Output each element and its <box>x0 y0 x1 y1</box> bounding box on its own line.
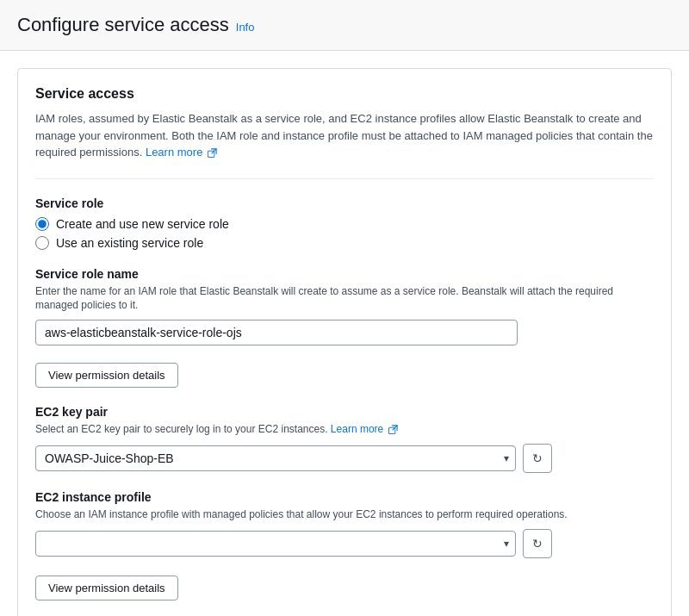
view-permission-details-2-group: View permission details <box>35 576 654 600</box>
ec2-instance-profile-refresh-button[interactable]: ↻ <box>523 529 552 558</box>
service-role-name-input[interactable] <box>35 320 518 345</box>
section-description: IAM roles, assumed by Elastic Beanstalk … <box>35 110 654 161</box>
radio-use-existing-label: Use an existing service role <box>56 236 203 250</box>
refresh-icon: ↻ <box>532 451 543 465</box>
ec2-key-pair-group: EC2 key pair Select an EC2 key pair to s… <box>35 405 654 473</box>
ec2-instance-profile-hint: Choose an IAM instance profile with mana… <box>35 507 654 522</box>
ec2-key-pair-select[interactable]: OWASP-Juice-Shop-EB <box>35 445 516 471</box>
ec2-instance-profile-row: ▾ ↻ <box>35 529 552 558</box>
learn-more-link[interactable]: Learn more <box>146 146 217 159</box>
view-permission-details-1-button[interactable]: View permission details <box>35 363 178 388</box>
external-link-icon <box>208 148 217 158</box>
view-permission-details-2-button[interactable]: View permission details <box>35 576 178 600</box>
ec2-instance-profile-refresh-icon: ↻ <box>532 537 543 551</box>
page-title: Configure service access <box>17 14 229 36</box>
service-access-section: Service access IAM roles, assumed by Ela… <box>17 68 672 616</box>
ec2-external-link-icon <box>388 425 398 434</box>
ec2-key-pair-hint: Select an EC2 key pair to securely log i… <box>35 422 654 437</box>
service-role-name-hint: Enter the name for an IAM role that Elas… <box>35 284 654 314</box>
radio-create-new-label: Create and use new service role <box>56 217 229 231</box>
service-role-name-label: Service role name <box>35 267 654 281</box>
ec2-instance-profile-label: EC2 instance profile <box>35 490 654 504</box>
page-header: Configure service access Info <box>0 0 689 51</box>
view-permission-details-1-group: View permission details <box>35 363 654 388</box>
info-link[interactable]: Info <box>236 21 255 34</box>
main-content: Service access IAM roles, assumed by Ela… <box>0 51 689 616</box>
section-divider <box>35 178 654 179</box>
ec2-key-pair-row: OWASP-Juice-Shop-EB ▾ ↻ <box>35 444 552 473</box>
radio-use-existing-input[interactable] <box>35 236 49 250</box>
ec2-key-pair-select-wrapper: OWASP-Juice-Shop-EB ▾ <box>35 445 516 471</box>
radio-use-existing[interactable]: Use an existing service role <box>35 236 654 250</box>
service-role-group: Service role Create and use new service … <box>35 196 654 250</box>
description-text: IAM roles, assumed by Elastic Beanstalk … <box>35 112 653 159</box>
section-title: Service access <box>35 86 654 102</box>
ec2-instance-profile-select-wrapper: ▾ <box>35 531 516 557</box>
ec2-key-pair-learn-more-link[interactable]: Learn more <box>331 423 398 435</box>
radio-create-new-input[interactable] <box>35 217 49 231</box>
service-role-label: Service role <box>35 196 654 210</box>
radio-create-new[interactable]: Create and use new service role <box>35 217 654 231</box>
service-role-name-group: Service role name Enter the name for an … <box>35 267 654 346</box>
ec2-instance-profile-group: EC2 instance profile Choose an IAM insta… <box>35 490 654 558</box>
ec2-instance-profile-select[interactable] <box>35 531 516 557</box>
ec2-key-pair-refresh-button[interactable]: ↻ <box>523 444 552 473</box>
ec2-key-pair-label: EC2 key pair <box>35 405 654 419</box>
